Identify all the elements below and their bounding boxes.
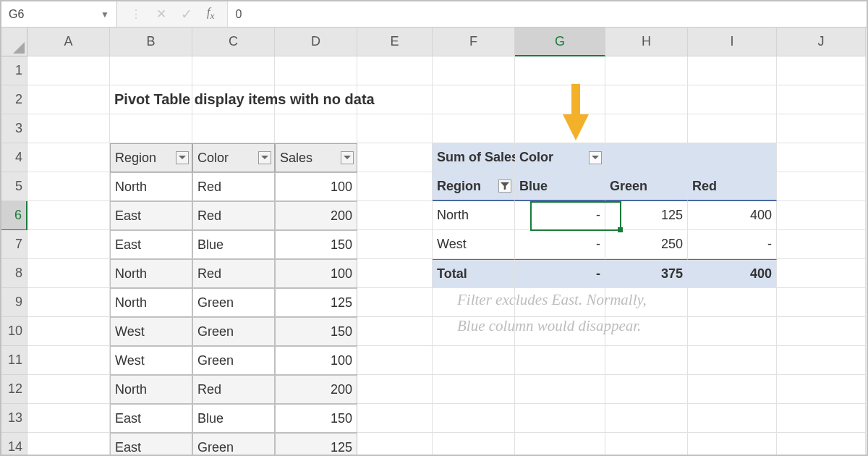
col-head-F[interactable]: F bbox=[433, 28, 515, 56]
table-header-color[interactable]: Color bbox=[192, 143, 275, 172]
cell-G3[interactable] bbox=[515, 114, 605, 143]
cell-A2[interactable] bbox=[27, 85, 110, 114]
pivot-total-val[interactable]: 375 bbox=[605, 259, 688, 288]
cell-I10[interactable] bbox=[688, 317, 777, 346]
table-cell[interactable]: 200 bbox=[275, 375, 357, 404]
row-head-12[interactable]: 12 bbox=[1, 375, 27, 404]
cell-I3[interactable] bbox=[688, 114, 777, 143]
cell-E7[interactable] bbox=[357, 230, 433, 259]
table-cell[interactable]: North bbox=[110, 172, 192, 201]
row-head-3[interactable]: 3 bbox=[1, 114, 27, 143]
cell-E5[interactable] bbox=[357, 172, 433, 201]
cell-F13[interactable] bbox=[433, 404, 515, 433]
cell-F3[interactable] bbox=[433, 114, 515, 143]
table-cell[interactable]: Red bbox=[192, 201, 275, 230]
cancel-icon[interactable]: ✕ bbox=[156, 7, 166, 22]
cell-I14[interactable] bbox=[688, 433, 777, 456]
cell-H12[interactable] bbox=[605, 375, 688, 404]
cell-H2[interactable] bbox=[605, 85, 688, 114]
cell-A14[interactable] bbox=[27, 433, 110, 456]
cell-E8[interactable] bbox=[357, 259, 433, 288]
table-cell[interactable]: 150 bbox=[275, 317, 357, 346]
cell-H13[interactable] bbox=[605, 404, 688, 433]
insert-function-icon[interactable]: fx bbox=[207, 6, 214, 22]
table-cell[interactable]: North bbox=[110, 288, 192, 317]
table-cell[interactable]: 125 bbox=[275, 433, 357, 456]
pivot-total-val[interactable]: - bbox=[515, 259, 605, 288]
filter-dropdown-icon[interactable] bbox=[341, 151, 354, 164]
row-head-9[interactable]: 9 bbox=[1, 288, 27, 317]
cell-A7[interactable] bbox=[27, 230, 110, 259]
cell-J14[interactable] bbox=[777, 433, 866, 456]
col-head-I[interactable]: I bbox=[688, 28, 777, 56]
cell-E4[interactable] bbox=[357, 143, 433, 172]
cell-C3[interactable] bbox=[192, 114, 275, 143]
table-cell[interactable]: West bbox=[110, 346, 192, 375]
cell-E13[interactable] bbox=[357, 404, 433, 433]
cell-H3[interactable] bbox=[605, 114, 688, 143]
cell-E14[interactable] bbox=[357, 433, 433, 456]
row-head-10[interactable]: 10 bbox=[1, 317, 27, 346]
col-head-H[interactable]: H bbox=[605, 28, 688, 56]
table-cell[interactable]: Green bbox=[192, 433, 275, 456]
filter-dropdown-icon[interactable] bbox=[258, 151, 271, 164]
name-box[interactable]: G6 ▼ bbox=[1, 1, 117, 27]
cell-F11[interactable] bbox=[433, 346, 515, 375]
cell-I13[interactable] bbox=[688, 404, 777, 433]
cell-G6[interactable]: - bbox=[515, 201, 605, 230]
col-head-B[interactable]: B bbox=[110, 28, 192, 56]
cell-H6[interactable]: 125 bbox=[605, 201, 688, 230]
cell-A12[interactable] bbox=[27, 375, 110, 404]
cell-D1[interactable] bbox=[275, 56, 357, 85]
cell-J10[interactable] bbox=[777, 317, 866, 346]
pivot-row-label[interactable]: West bbox=[433, 230, 515, 259]
pivot-col-header[interactable]: Green bbox=[605, 172, 688, 201]
pivot-values-label[interactable]: Sum of Sales bbox=[433, 143, 515, 172]
col-head-J[interactable]: J bbox=[777, 28, 866, 56]
cell-F2[interactable] bbox=[433, 85, 515, 114]
cell-H7[interactable]: 250 bbox=[605, 230, 688, 259]
select-all-corner[interactable] bbox=[1, 28, 27, 56]
cell-A5[interactable] bbox=[27, 172, 110, 201]
cell-A4[interactable] bbox=[27, 143, 110, 172]
filter-active-icon[interactable] bbox=[498, 180, 511, 193]
cell-G11[interactable] bbox=[515, 346, 605, 375]
table-cell[interactable]: East bbox=[110, 433, 192, 456]
cell-J4[interactable] bbox=[777, 143, 866, 172]
cell-G1[interactable] bbox=[515, 56, 605, 85]
cell-I4[interactable] bbox=[688, 143, 777, 172]
row-head-7[interactable]: 7 bbox=[1, 230, 27, 259]
row-head-14[interactable]: 14 bbox=[1, 433, 27, 456]
table-cell[interactable]: Red bbox=[192, 172, 275, 201]
cell-I7[interactable]: - bbox=[688, 230, 777, 259]
table-cell[interactable]: Blue bbox=[192, 404, 275, 433]
table-cell[interactable]: North bbox=[110, 259, 192, 288]
cell-F12[interactable] bbox=[433, 375, 515, 404]
cell-E10[interactable] bbox=[357, 317, 433, 346]
cell-A10[interactable] bbox=[27, 317, 110, 346]
cell-G12[interactable] bbox=[515, 375, 605, 404]
table-cell[interactable]: Green bbox=[192, 317, 275, 346]
cell-I1[interactable] bbox=[688, 56, 777, 85]
row-head-11[interactable]: 11 bbox=[1, 346, 27, 375]
col-head-G[interactable]: G bbox=[515, 28, 605, 56]
table-header-region[interactable]: Region bbox=[110, 143, 192, 172]
table-cell[interactable]: 150 bbox=[275, 230, 357, 259]
table-cell[interactable]: 100 bbox=[275, 346, 357, 375]
table-cell[interactable]: Red bbox=[192, 259, 275, 288]
table-cell[interactable]: Green bbox=[192, 346, 275, 375]
formula-input[interactable]: 0 bbox=[228, 1, 867, 27]
pivot-rows-field[interactable]: Region bbox=[433, 172, 515, 201]
confirm-icon[interactable]: ✓ bbox=[181, 6, 192, 22]
table-cell[interactable]: East bbox=[110, 230, 192, 259]
pivot-col-header[interactable]: Red bbox=[688, 172, 777, 201]
row-head-1[interactable]: 1 bbox=[1, 56, 27, 85]
cell-J7[interactable] bbox=[777, 230, 866, 259]
cell-H14[interactable] bbox=[605, 433, 688, 456]
table-cell[interactable]: Red bbox=[192, 375, 275, 404]
pivot-columns-field[interactable]: Color bbox=[515, 143, 605, 172]
cell-A8[interactable] bbox=[27, 259, 110, 288]
cell-G14[interactable] bbox=[515, 433, 605, 456]
cell-H4[interactable] bbox=[605, 143, 688, 172]
cell-E3[interactable] bbox=[357, 114, 433, 143]
